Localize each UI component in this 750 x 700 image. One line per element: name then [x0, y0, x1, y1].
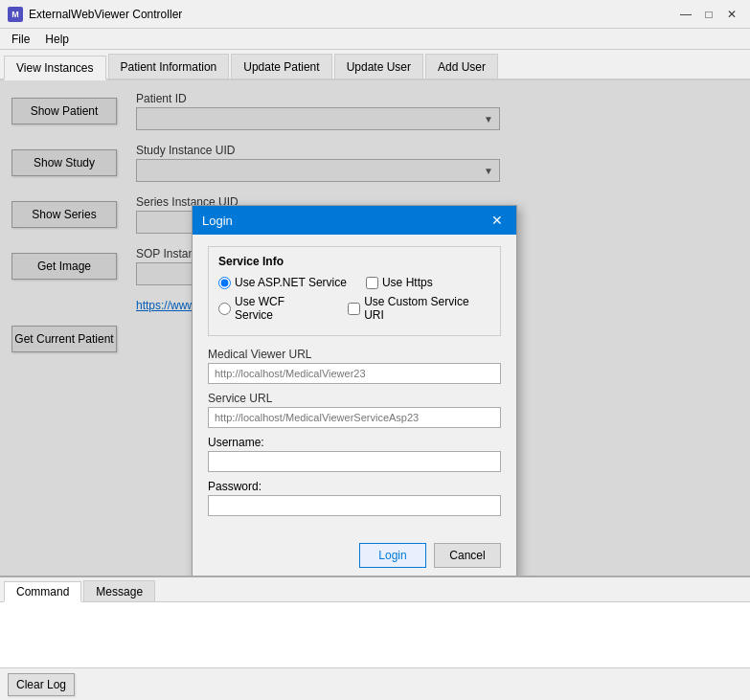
- login-modal: Login ✕ Service Info Use ASP.NET Service: [192, 205, 517, 576]
- main-content: Show Patient Patient ID ▼ Show Study Stu…: [0, 80, 750, 576]
- menu-file[interactable]: File: [4, 31, 37, 48]
- service-url-input[interactable]: [208, 407, 501, 428]
- tab-update-user[interactable]: Update User: [334, 54, 423, 79]
- modal-title: Login: [202, 214, 233, 228]
- chk-https-input[interactable]: [366, 277, 378, 289]
- menu-bar: File Help: [0, 29, 750, 50]
- radio-wcf-input[interactable]: [218, 303, 231, 315]
- modal-titlebar: Login ✕: [193, 206, 516, 235]
- log-tab-message[interactable]: Message: [83, 580, 155, 601]
- chk-custom-uri-input[interactable]: [348, 303, 360, 315]
- window-controls: — □ ✕: [675, 5, 742, 24]
- password-label: Password:: [208, 480, 501, 493]
- username-wrap: Username:: [208, 436, 501, 480]
- password-input[interactable]: [208, 495, 501, 516]
- modal-body: Service Info Use ASP.NET Service Use Htt…: [193, 235, 516, 535]
- chk-https-text: Use Https: [382, 276, 433, 289]
- menu-help[interactable]: Help: [37, 31, 77, 48]
- modal-overlay: Login ✕ Service Info Use ASP.NET Service: [0, 80, 750, 576]
- log-footer: Clear Log: [0, 667, 750, 700]
- radio-asp-label[interactable]: Use ASP.NET Service: [218, 276, 347, 289]
- service-url-label: Service URL: [208, 392, 501, 405]
- login-button[interactable]: Login: [359, 543, 426, 568]
- chk-custom-uri-label[interactable]: Use Custom Service URI: [348, 295, 490, 322]
- maximize-button[interactable]: □: [698, 5, 719, 24]
- tab-add-user[interactable]: Add User: [425, 54, 498, 79]
- chk-custom-uri-text: Use Custom Service URI: [364, 295, 490, 322]
- minimize-button[interactable]: —: [675, 5, 696, 24]
- service-info-group: Service Info Use ASP.NET Service Use Htt…: [208, 246, 501, 336]
- service-radio-row-2: Use WCF Service Use Custom Service URI: [218, 295, 490, 322]
- medical-viewer-url-input[interactable]: [208, 363, 501, 384]
- service-url-wrap: Service URL: [208, 392, 501, 436]
- radio-asp-text: Use ASP.NET Service: [235, 276, 347, 289]
- title-bar: M ExternalWebViewer Controller — □ ✕: [0, 0, 750, 29]
- log-content: [0, 602, 750, 667]
- password-wrap: Password:: [208, 480, 501, 524]
- app-icon: M: [8, 7, 23, 22]
- username-label: Username:: [208, 436, 501, 449]
- cancel-button[interactable]: Cancel: [434, 543, 501, 568]
- log-tab-command[interactable]: Command: [4, 581, 81, 602]
- clear-log-button[interactable]: Clear Log: [8, 673, 75, 696]
- medical-viewer-url-label: Medical Viewer URL: [208, 348, 501, 361]
- radio-wcf-label[interactable]: Use WCF Service: [218, 295, 325, 322]
- log-tab-bar: Command Message: [0, 577, 750, 602]
- radio-wcf-text: Use WCF Service: [235, 295, 325, 322]
- modal-close-button[interactable]: ✕: [488, 211, 507, 230]
- tab-bar: View Instances Patient Information Updat…: [0, 50, 750, 80]
- medical-viewer-url-wrap: Medical Viewer URL: [208, 348, 501, 392]
- modal-footer: Login Cancel: [193, 535, 516, 576]
- service-radio-row-1: Use ASP.NET Service Use Https: [218, 276, 490, 289]
- close-button[interactable]: ✕: [721, 5, 742, 24]
- chk-https-label[interactable]: Use Https: [366, 276, 433, 289]
- tab-update-patient[interactable]: Update Patient: [231, 54, 331, 79]
- log-area: Command Message Clear Log: [0, 576, 750, 700]
- username-input[interactable]: [208, 451, 501, 472]
- radio-asp-input[interactable]: [218, 277, 231, 289]
- service-info-title: Service Info: [218, 255, 490, 268]
- tab-view-instances[interactable]: View Instances: [4, 56, 106, 80]
- app-title: ExternalWebViewer Controller: [29, 8, 675, 21]
- tab-patient-information[interactable]: Patient Information: [108, 54, 230, 79]
